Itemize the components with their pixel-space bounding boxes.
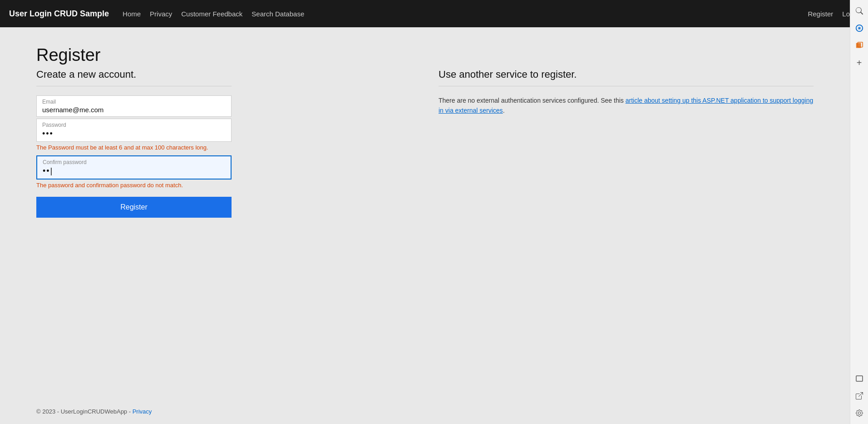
confirm-password-error: The password and confirmation password d…: [36, 181, 232, 190]
password-label: Password: [42, 122, 226, 128]
password-error: The Password must be at least 6 and at m…: [36, 144, 232, 152]
confirm-password-field-wrapper[interactable]: Confirm password ••|: [36, 155, 232, 180]
password-dots: •••: [42, 129, 226, 139]
footer-text: © 2023 - UserLoginCRUDWebApp -: [36, 408, 133, 415]
outlook-icon[interactable]: [852, 38, 867, 53]
sidebar-panel: +: [850, 0, 868, 424]
left-column: Create a new account. Email username@me.…: [36, 69, 232, 218]
left-divider: [36, 86, 232, 86]
navbar-brand[interactable]: User Login CRUD Sample: [9, 9, 109, 19]
external-link-icon[interactable]: [852, 389, 867, 403]
nav-customer-feedback[interactable]: Customer Feedback: [181, 10, 242, 18]
search-icon[interactable]: [852, 4, 867, 18]
external-service-text-suffix: .: [503, 107, 505, 114]
navbar-nav: Home Privacy Customer Feedback Search Da…: [123, 10, 808, 18]
email-value: username@me.com: [42, 106, 226, 114]
nav-privacy[interactable]: Privacy: [150, 10, 172, 18]
tablet-icon[interactable]: [852, 371, 867, 386]
nav-register[interactable]: Register: [808, 10, 833, 18]
password-field-wrapper: Password •••: [36, 119, 232, 142]
svg-rect-5: [856, 376, 863, 381]
footer-privacy-link[interactable]: Privacy: [133, 408, 152, 415]
confirm-password-dots: ••|: [43, 166, 225, 176]
navbar: User Login CRUD Sample Home Privacy Cust…: [0, 0, 868, 27]
main-content: Register Create a new account. Email use…: [0, 27, 850, 399]
email-label: Email: [42, 99, 226, 105]
copilot-icon[interactable]: [852, 21, 867, 35]
plus-icon[interactable]: +: [852, 55, 867, 70]
settings-icon[interactable]: [852, 406, 867, 420]
svg-point-2: [858, 27, 860, 29]
nav-search-database[interactable]: Search Database: [252, 10, 304, 18]
nav-home[interactable]: Home: [123, 10, 141, 18]
two-column-layout: Create a new account. Email username@me.…: [36, 69, 814, 218]
right-column: Use another service to register. There a…: [439, 69, 814, 218]
external-service-text-prefix: There are no external authentication ser…: [439, 97, 626, 104]
create-account-subtitle: Create a new account.: [36, 69, 232, 80]
register-button[interactable]: Register: [36, 197, 232, 218]
footer: © 2023 - UserLoginCRUDWebApp - Privacy: [0, 399, 850, 424]
page-title: Register: [36, 45, 814, 65]
email-field-wrapper: Email username@me.com: [36, 95, 232, 117]
external-service-description: There are no external authentication ser…: [439, 95, 814, 116]
external-service-title: Use another service to register.: [439, 69, 814, 80]
confirm-password-label: Confirm password: [43, 159, 225, 165]
right-divider: [439, 86, 814, 86]
